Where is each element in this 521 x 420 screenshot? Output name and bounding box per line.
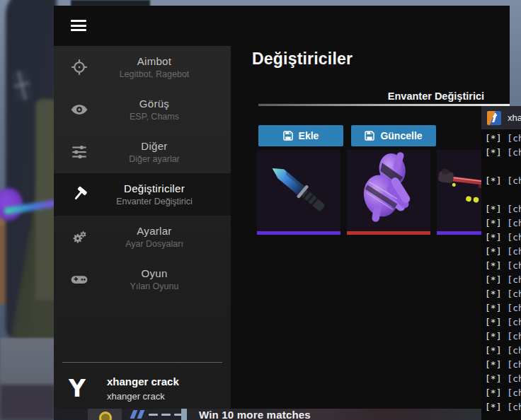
console-log-line: [*] [ch xyxy=(485,146,521,160)
gears-icon xyxy=(70,228,88,246)
console-log-line: [*] [ch xyxy=(485,301,521,315)
hamburger-icon[interactable] xyxy=(71,20,86,34)
sidebar-item-di-er[interactable]: Diğer Diğer ayarlar xyxy=(54,131,231,173)
log-message: [ch xyxy=(507,218,521,228)
rank-slash-icon xyxy=(130,410,138,419)
app-body: Aimbot Legitbot, Ragebot Görüş ESP, Cham… xyxy=(54,46,510,409)
sidebar-spacer xyxy=(54,301,231,362)
profile-row[interactable]: Y xhanger crack xhanger crack xyxy=(54,368,231,409)
eye-icon xyxy=(70,100,88,119)
log-prefix: [*] xyxy=(485,402,507,412)
page-title: Değiştiriciler xyxy=(252,49,353,69)
app-topbar xyxy=(54,6,510,46)
log-message: [ch xyxy=(507,303,521,313)
console-log-line: [*] [ch xyxy=(485,259,521,273)
log-prefix: [*] xyxy=(485,373,507,384)
log-prefix: [*] xyxy=(485,204,507,214)
sidebar-item-label: Görüş xyxy=(78,98,231,110)
console-log-line: [*] [ch xyxy=(485,400,521,414)
sidebar-item-label: Ayarlar xyxy=(78,225,231,237)
app-window: Aimbot Legitbot, Ragebot Görüş ESP, Cham… xyxy=(54,6,510,409)
log-prefix: [*] xyxy=(485,317,507,327)
console-log-line: [*] [ch xyxy=(485,231,521,245)
background-floor-shadow xyxy=(0,385,55,420)
sliders-icon xyxy=(70,143,88,161)
console-log-line: [*] [ch xyxy=(485,344,521,358)
progress-dash xyxy=(161,414,171,416)
console-log-line: [*] [ch xyxy=(485,315,521,329)
log-prefix: [*] xyxy=(485,331,507,342)
console-log-line: [*] [ch xyxy=(485,273,521,287)
game-mission-bar: Win 10 more matches xyxy=(54,409,481,420)
sidebar-item-sublabel: Diğer ayarlar xyxy=(78,154,231,164)
log-prefix: [*] xyxy=(485,359,507,370)
log-prefix: [*] xyxy=(485,260,507,271)
mission-text: Win 10 more matches xyxy=(199,409,311,420)
log-prefix: [*] xyxy=(485,274,507,285)
progress-segment xyxy=(181,409,187,420)
log-message: [ch xyxy=(507,147,521,158)
console-title: xhanger crack xyxy=(508,112,521,123)
screen: Win 10 more matches Aimbot Legitbot, Rag… xyxy=(0,0,521,420)
button-label: Ekle xyxy=(299,130,319,141)
console-log-line: [*] [ch xyxy=(485,132,521,146)
log-prefix: [*] xyxy=(485,303,507,313)
save-icon xyxy=(365,131,374,141)
gamepad-icon xyxy=(70,270,88,288)
console-log-line: [*] [ch xyxy=(485,372,521,386)
card-accent-bar xyxy=(347,231,430,235)
log-prefix: [*] xyxy=(485,246,507,257)
sidebar-items: Aimbot Legitbot, Ragebot Görüş ESP, Cham… xyxy=(54,46,231,301)
sidebar-item-aimbot[interactable]: Aimbot Legitbot, Ragebot xyxy=(54,46,231,88)
log-message: [ch xyxy=(507,387,521,398)
tab-underline xyxy=(258,103,510,106)
sidebar-item-g-r[interactable]: Görüş ESP, Chams xyxy=(54,88,231,131)
ekle-button[interactable]: Ekle xyxy=(258,125,343,146)
sidebar-divider xyxy=(62,362,222,363)
log-message: [ch xyxy=(507,373,521,384)
log-message: [ch xyxy=(507,274,521,285)
log-message: [ch xyxy=(507,204,521,214)
log-message: [ch xyxy=(507,317,521,327)
sidebar-item-ayarlar[interactable]: Ayarlar Ayar Dosyaları xyxy=(54,216,231,258)
sidebar-item-oyun[interactable]: Oyun Yılan Oyunu xyxy=(54,258,231,301)
profile-logo: Y xyxy=(62,373,93,404)
sidebar-item-label: Değiştiriciler xyxy=(78,182,231,194)
log-message: [ch xyxy=(507,133,521,144)
log-prefix: [*] xyxy=(485,147,507,158)
log-prefix: [*] xyxy=(485,133,507,144)
tab-envanter-degistirici[interactable]: Envanter Değiştirici xyxy=(388,91,484,102)
save-icon xyxy=(283,131,293,141)
log-prefix: [*] xyxy=(485,387,507,398)
console-blank-line xyxy=(485,160,521,174)
sidebar-item-sublabel: Yılan Oyunu xyxy=(78,281,231,291)
console-log-line: [*] [ch xyxy=(485,216,521,231)
log-prefix: [*] xyxy=(485,218,507,228)
sidebar-item-sublabel: Envanter Değiştirici xyxy=(78,197,231,206)
log-prefix: [*] xyxy=(485,232,507,243)
button-label: Güncelle xyxy=(380,130,422,141)
log-message: [ch xyxy=(507,331,521,342)
g-ncelle-button[interactable]: Güncelle xyxy=(351,125,436,146)
progress-dash xyxy=(149,414,158,416)
log-message: [ch xyxy=(507,359,521,370)
sidebar: Aimbot Legitbot, Ragebot Görüş ESP, Cham… xyxy=(54,46,231,409)
gloves-skin-card[interactable] xyxy=(347,150,430,235)
log-message: [ch xyxy=(507,175,521,186)
sidebar-item-de-i-tiriciler[interactable]: Değiştiriciler Envanter Değiştirici xyxy=(54,173,231,216)
sidebar-item-sublabel: ESP, Chams xyxy=(78,112,231,122)
console-log-line: [*] [ch xyxy=(485,358,521,372)
log-prefix: [*] xyxy=(485,175,507,186)
console-titlebar[interactable]: xhanger crack xyxy=(481,106,521,129)
console-log-line: [*] [ch xyxy=(485,329,521,344)
log-message: [ch xyxy=(507,345,521,356)
log-message: [ch xyxy=(507,402,521,412)
console-log-line: [*] [ch xyxy=(485,202,521,216)
console-window: xhanger crack [*] [ch[*] [ch[*] [ch[*] [… xyxy=(481,106,521,420)
knife-skin-card[interactable] xyxy=(257,150,340,235)
sidebar-item-label: Diğer xyxy=(78,140,231,152)
sidebar-item-label: Aimbot xyxy=(78,55,231,67)
sidebar-item-label: Oyun xyxy=(78,267,231,279)
log-message: [ch xyxy=(507,288,521,299)
log-message: [ch xyxy=(507,260,521,271)
